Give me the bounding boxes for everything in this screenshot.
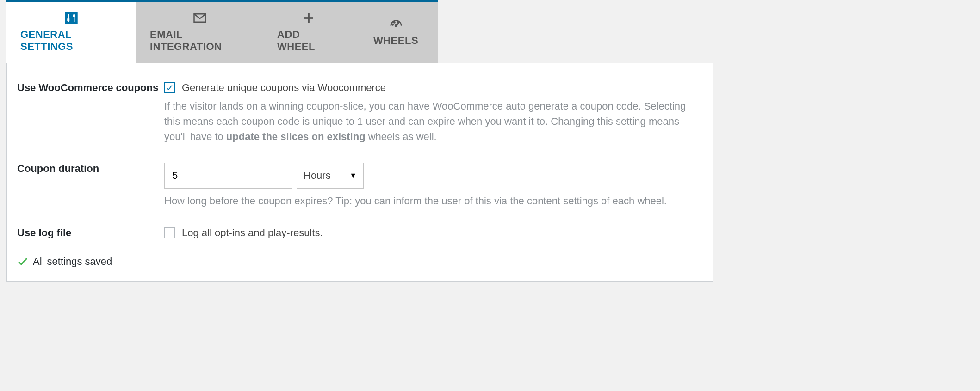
check-icon [17,256,28,267]
chevron-down-icon: ▼ [349,171,357,180]
tab-general-settings[interactable]: GENERAL SETTINGS [6,2,136,63]
setting-label-log: Use log file [7,208,164,239]
setting-label-duration: Coupon duration [7,144,164,208]
tab-email-integration[interactable]: EMAIL INTEGRATION [136,2,263,63]
svg-rect-3 [67,18,69,21]
woo-coupons-checkbox-label: Generate unique coupons via Woocommerce [182,82,386,94]
log-file-checkbox[interactable]: ✓ [164,227,175,238]
select-value: Hours [304,170,331,182]
coupon-duration-input[interactable] [164,163,292,189]
log-file-checkbox-label: Log all opt-ins and play-results. [182,227,323,239]
tab-label: ADD WHEEL [277,29,340,53]
svg-rect-0 [65,12,78,24]
svg-point-12 [397,22,398,23]
setting-label-woo: Use WooCommerce coupons [7,63,164,144]
woo-coupons-description: If the visitor lands on a winning coupon… [164,98,699,144]
tab-label: EMAIL INTEGRATION [150,29,249,53]
tab-label: WHEELS [373,35,418,47]
coupon-duration-unit-select[interactable]: Hours ▼ [297,163,364,189]
coupon-duration-description: How long before the coupon expires? Tip:… [164,193,699,208]
svg-point-10 [392,24,393,25]
settings-panel: Use WooCommerce coupons ✓ Generate uniqu… [6,63,713,282]
tab-label: GENERAL SETTINGS [20,29,122,53]
settings-tabs: GENERAL SETTINGS EMAIL INTEGRATION ADD W… [6,0,438,63]
svg-point-11 [394,22,395,23]
plus-icon [302,11,316,25]
tab-wheels[interactable]: WHEELS [354,2,438,63]
svg-rect-4 [73,15,75,17]
envelope-icon [193,11,207,25]
sliders-icon [64,11,78,25]
save-status: All settings saved [7,239,713,268]
gauge-icon [389,17,403,31]
woo-coupons-checkbox[interactable]: ✓ [164,82,175,93]
tab-add-wheel[interactable]: ADD WHEEL [263,2,354,63]
save-status-text: All settings saved [33,256,112,268]
